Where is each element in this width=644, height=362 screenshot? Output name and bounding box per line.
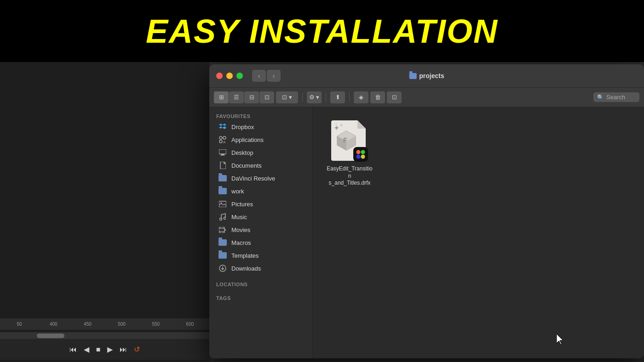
- svg-rect-11: [220, 155, 225, 156]
- svg-point-36: [361, 155, 365, 159]
- forward-button[interactable]: ›: [267, 70, 281, 82]
- cursor: [557, 334, 566, 345]
- settings-button[interactable]: ⚙ ▾: [307, 91, 322, 103]
- view-buttons: ⊞ ☰ ⊟ ⊡: [214, 91, 274, 103]
- svg-point-6: [223, 136, 226, 139]
- nav-buttons: ‹ ›: [252, 70, 281, 82]
- sidebar-item-pictures[interactable]: Pictures: [212, 198, 310, 210]
- sidebar-item-label-templates: Templates: [231, 252, 259, 259]
- close-button[interactable]: [216, 73, 223, 79]
- downloads-icon: [218, 264, 227, 272]
- separator3: [349, 93, 350, 102]
- finder-body: Favourites Dropbox: [209, 107, 644, 358]
- svg-marker-0: [219, 124, 223, 126]
- movies-icon: [218, 226, 227, 234]
- finder-content: ✦ ✦ ✦ F: [313, 107, 644, 358]
- finder-titlebar: ‹ › projects: [209, 64, 644, 87]
- sidebar-item-downloads[interactable]: Downloads: [212, 262, 310, 275]
- separator2: [326, 93, 326, 102]
- skip-back-button[interactable]: ⏮: [69, 345, 77, 354]
- file-item-drfx[interactable]: ✦ ✦ ✦ F: [322, 116, 377, 192]
- window-title-text: projects: [419, 72, 444, 79]
- templates-folder-icon: [218, 251, 227, 260]
- minimize-button[interactable]: [226, 73, 233, 79]
- video-editor-panel: 50 400 450 500 550 600 ⏮ ◀ ■ ▶ ⏭ ↺: [0, 62, 209, 362]
- tags-label: Tags: [209, 293, 312, 302]
- window-controls: [216, 73, 243, 79]
- svg-point-34: [361, 150, 365, 154]
- sidebar-item-movies[interactable]: Movies: [212, 223, 310, 236]
- ruler-mark: 500: [105, 322, 139, 327]
- svg-text:A: A: [223, 140, 226, 143]
- main-area: 50 400 450 500 550 600 ⏮ ◀ ■ ▶ ⏭ ↺: [0, 62, 644, 362]
- timeline-ruler: 50 400 450 500 550 600: [0, 318, 209, 330]
- loop-button[interactable]: ↺: [134, 345, 140, 354]
- window-title: projects: [409, 72, 444, 79]
- extra-view-button[interactable]: ⊡ ▾: [276, 91, 298, 103]
- play-button[interactable]: ▶: [107, 345, 113, 354]
- svg-rect-10: [221, 154, 224, 155]
- svg-marker-23: [225, 229, 226, 231]
- macros-folder-icon: [218, 238, 227, 247]
- prev-button[interactable]: ◀: [84, 345, 89, 354]
- sidebar-item-label-macros: Macros: [231, 239, 251, 246]
- ruler-marks: 50 400 450 500 550 600: [2, 322, 207, 327]
- stop-button[interactable]: ■: [96, 345, 101, 354]
- maximize-button[interactable]: [236, 73, 243, 79]
- desktop-icon: [218, 148, 227, 157]
- scroll-handle[interactable]: [37, 334, 64, 338]
- ruler-mark: 50: [2, 322, 36, 327]
- separator: [302, 93, 303, 102]
- column-view-button[interactable]: ⊟: [244, 91, 259, 103]
- applications-icon: A: [218, 136, 227, 144]
- dropbox-icon: [218, 123, 227, 131]
- svg-point-33: [356, 150, 361, 154]
- sidebar-item-label-work: work: [231, 188, 244, 195]
- finder-sidebar: Favourites Dropbox: [209, 107, 313, 358]
- tag-button[interactable]: ◈: [354, 91, 368, 103]
- sidebar-item-dropbox[interactable]: Dropbox: [212, 120, 310, 133]
- svg-rect-16: [219, 227, 224, 233]
- ruler-mark: 450: [70, 322, 104, 327]
- list-view-button[interactable]: ☰: [229, 91, 244, 103]
- svg-point-15: [224, 217, 226, 220]
- svg-point-35: [356, 155, 361, 159]
- main-title: EASY INSTALLATION: [146, 12, 498, 50]
- pictures-icon: [218, 200, 227, 208]
- icon-view-button[interactable]: ⊞: [214, 91, 229, 103]
- svg-point-14: [220, 218, 222, 221]
- sidebar-item-label-dropbox: Dropbox: [231, 124, 254, 130]
- sidebar-item-applications[interactable]: A Applications: [212, 133, 310, 146]
- search-text: Search: [606, 94, 625, 101]
- back-button[interactable]: ‹: [252, 70, 266, 82]
- documents-icon: [218, 161, 227, 170]
- file-name: EasyEdit_Transitions_and_Titles.drfx: [327, 165, 373, 187]
- svg-text:✦: ✦: [339, 123, 343, 128]
- sidebar-item-label-davinci: DaVinci Resolve: [231, 175, 275, 182]
- sidebar-item-label-downloads: Downloads: [231, 265, 261, 272]
- sidebar-item-templates[interactable]: Templates: [212, 249, 310, 262]
- new-folder-button[interactable]: ⊡: [387, 91, 402, 103]
- sidebar-item-macros[interactable]: Macros: [212, 236, 310, 249]
- timeline-scroll[interactable]: [0, 332, 209, 339]
- search-bar[interactable]: 🔍 Search: [593, 92, 639, 102]
- svg-point-7: [219, 140, 222, 143]
- search-icon: 🔍: [597, 94, 604, 101]
- transport-controls: ⏮ ◀ ■ ▶ ⏭ ↺: [0, 339, 209, 360]
- file-icon-container: ✦ ✦ ✦ F: [331, 120, 368, 162]
- sidebar-item-music[interactable]: Music: [212, 210, 310, 223]
- sidebar-item-label-documents: Documents: [231, 162, 262, 169]
- folder-icon: [409, 73, 416, 79]
- gallery-view-button[interactable]: ⊡: [259, 91, 274, 103]
- sidebar-item-work[interactable]: work: [212, 185, 310, 198]
- finder-window: ‹ › projects ⊞ ☰ ⊟ ⊡ ⊡ ▾ ⚙ ▾ ⬆ ◈: [209, 64, 644, 358]
- sidebar-item-documents[interactable]: Documents: [212, 159, 310, 172]
- sidebar-item-desktop[interactable]: Desktop: [212, 146, 310, 159]
- skip-forward-button[interactable]: ⏭: [120, 345, 127, 354]
- delete-button[interactable]: 🗑: [370, 91, 385, 103]
- share-button[interactable]: ⬆: [330, 91, 345, 103]
- sidebar-item-davinci[interactable]: DaVinci Resolve: [212, 172, 310, 185]
- svg-text:F: F: [343, 136, 347, 144]
- sidebar-item-label-movies: Movies: [231, 226, 250, 233]
- favourites-label: Favourites: [209, 111, 312, 120]
